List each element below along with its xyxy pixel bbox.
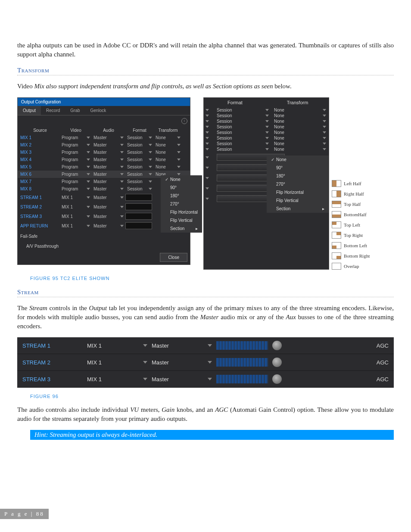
audio-dropdown[interactable]: Master [92,143,125,147]
menu-item[interactable]: 90° [267,164,329,172]
menu-item[interactable]: Flip Vertical [161,216,202,224]
gain-knob[interactable] [272,358,282,367]
output-config-panel: Output Configuration Output Record Grab … [17,97,190,265]
section-option[interactable]: Right Half [332,190,370,197]
audio-dropdown[interactable]: Master [92,205,125,209]
format-dropdown[interactable]: Session [125,143,154,147]
menu-item[interactable]: ✓None [267,156,329,164]
chevron-down-icon [149,137,152,139]
format-dropdown[interactable]: Session [125,187,154,191]
menu-item[interactable]: ✓None [161,175,202,184]
menu-item[interactable]: Flip Horizontal [161,208,202,216]
stream-video-dropdown[interactable]: MIX 1 [87,359,147,366]
format-dropdown[interactable]: Session [214,119,271,124]
stream-audio-dropdown[interactable]: Master [152,359,212,366]
video-dropdown[interactable]: Program [60,179,92,184]
close-button[interactable]: Close [160,253,187,262]
section-option[interactable]: Overlap [332,263,370,270]
video-dropdown[interactable]: Program [60,172,92,177]
format-dropdown[interactable]: Session [214,130,271,135]
agc-toggle[interactable]: AGC [377,359,389,366]
tab-record[interactable]: Record [41,106,65,115]
transform-dropdown[interactable]: None [271,119,329,124]
section-option[interactable]: Top Left [332,221,370,228]
audio-dropdown[interactable]: Master [92,224,125,228]
menu-item[interactable]: Flip Vertical [267,196,329,205]
stream-audio-dropdown[interactable]: Master [152,342,212,349]
stream-audio-dropdown[interactable]: Master [152,376,212,383]
format-dropdown[interactable]: Session [214,141,271,146]
format-dropdown[interactable]: Session [214,136,271,140]
stream-video-dropdown[interactable]: MIX 1 [87,376,147,383]
transform-dropdown[interactable]: None [271,130,329,135]
transform-dropdown[interactable]: None [271,147,329,152]
audio-dropdown[interactable]: Master [92,150,125,155]
video-dropdown[interactable]: Program [60,143,92,147]
menu-item[interactable]: 270° [161,200,202,208]
section-option[interactable]: Bottom Left [332,242,370,249]
audio-dropdown[interactable]: Master [92,157,125,162]
format-dropdown[interactable]: Session [125,150,154,155]
audio-dropdown[interactable]: Master [92,135,125,140]
format-dropdown[interactable]: Session [125,179,154,184]
transform-dropdown[interactable]: None [271,124,329,129]
transform-dropdown[interactable]: None [154,165,182,169]
transform-dropdown[interactable]: None [271,108,329,112]
video-dropdown[interactable]: Program [60,165,92,169]
transform-dropdown[interactable]: None [271,136,329,140]
t-italic: Mix also support independent transform a… [34,83,273,90]
section-option[interactable]: Left Half [332,180,370,187]
section-option[interactable]: Top Right [332,232,370,239]
transform-dropdown[interactable]: None [271,113,329,118]
menu-item[interactable]: 90° [161,184,202,192]
audio-dropdown[interactable]: Master [92,179,125,184]
menu-item[interactable]: Flip Horizontal [267,188,329,196]
video-dropdown[interactable]: Program [60,150,92,155]
menu-item[interactable]: Section▸ [161,224,202,233]
tab-output[interactable]: Output [18,106,41,115]
format-dropdown[interactable]: Session [125,157,154,162]
section-option[interactable]: BottomHalf [332,211,370,218]
transform-dropdown[interactable]: None [154,150,182,155]
video-dropdown[interactable]: Program [60,135,92,140]
audio-dropdown[interactable]: Master [92,214,125,219]
video-dropdown[interactable]: MIX 1 [60,195,92,200]
menu-item[interactable]: 180° [267,172,329,180]
section-option[interactable]: Bottom Right [332,252,370,259]
audio-dropdown[interactable]: Master [92,172,125,177]
transform-dropdown[interactable]: None [154,157,182,162]
video-dropdown[interactable]: MIX 1 [60,205,92,209]
info-icon[interactable]: i [181,118,187,124]
video-dropdown[interactable]: Program [60,187,92,191]
format-dropdown[interactable]: Session [125,172,154,177]
agc-toggle[interactable]: AGC [377,342,389,349]
menu-item[interactable]: 180° [161,192,202,200]
video-dropdown[interactable]: MIX 1 [60,224,92,228]
av-passthrough-row[interactable]: A/V Passthrough [18,240,190,250]
format-dropdown[interactable]: Session [125,165,154,169]
agc-toggle[interactable]: AGC [377,376,389,383]
section-option[interactable]: Top Half [332,201,370,208]
gain-knob[interactable] [272,341,282,350]
gain-knob[interactable] [272,374,282,384]
format-dropdown[interactable]: Session [214,113,271,118]
transform-dropdown[interactable]: None [154,135,182,140]
format-dropdown[interactable]: Session [214,108,271,112]
format-dropdown[interactable]: Session [125,135,154,140]
transform-dropdown[interactable]: None [271,141,329,146]
format-dropdown[interactable]: Session [214,147,271,152]
audio-dropdown[interactable]: Master [92,187,125,191]
table-row: SessionNone [204,118,329,124]
audio-dropdown[interactable]: Master [92,165,125,169]
stream-video-dropdown[interactable]: MIX 1 [87,342,147,349]
format-dropdown[interactable]: Session [214,124,271,129]
tab-grab[interactable]: Grab [65,106,85,115]
transform-dropdown[interactable]: None [154,143,182,147]
menu-item[interactable]: Section▸ [267,205,329,213]
audio-dropdown[interactable]: Master [92,195,125,200]
video-dropdown[interactable]: Program [60,157,92,162]
menu-item[interactable]: 270° [267,180,329,188]
chevron-down-icon [120,173,124,175]
tab-genlock[interactable]: Genlock [85,106,112,115]
video-dropdown[interactable]: MIX 1 [60,214,92,219]
